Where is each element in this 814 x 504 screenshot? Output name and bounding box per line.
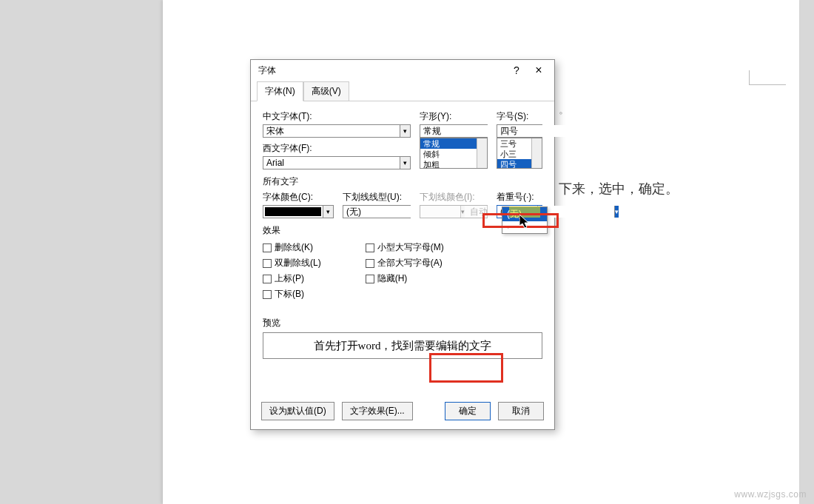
checkbox-hidden[interactable]: 隐藏(H) <box>366 272 444 285</box>
underline-color-combo: ▾ <box>420 205 488 218</box>
size-input-combo[interactable] <box>497 124 542 138</box>
label-style: 字形(Y): <box>420 110 488 123</box>
ok-button[interactable]: 确定 <box>445 402 491 420</box>
document-body-text: 下来，选中，确定。 <box>559 180 679 198</box>
tab-advanced[interactable]: 高级(V) <box>303 81 349 101</box>
paragraph-marker: 。 <box>559 104 569 117</box>
dropdown-option[interactable]: · <box>502 221 547 233</box>
chinese-font-input[interactable] <box>263 125 400 137</box>
style-input-combo[interactable] <box>420 124 488 138</box>
label-chinese-font: 中文字体(T): <box>263 110 411 123</box>
scrollbar[interactable] <box>531 138 542 168</box>
color-swatch <box>265 207 321 216</box>
chevron-down-icon[interactable]: ▾ <box>323 206 333 218</box>
size-listbox[interactable]: 三号 小三 四号 <box>497 138 542 169</box>
preview-text: 首先打开word，找到需要编辑的文字 <box>314 339 492 353</box>
section-effects: 效果 <box>263 224 542 237</box>
dialog-titlebar: 字体 ? × <box>251 60 554 81</box>
tab-font[interactable]: 字体(N) <box>257 81 303 101</box>
dialog-body: 中文字体(T): ▾ 西文字体(F): ▾ 字形(Y): 常规 <box>251 101 554 394</box>
set-default-button[interactable]: 设为默认值(D) <box>261 402 334 420</box>
section-all-text: 所有文字 <box>263 175 542 188</box>
chevron-down-icon[interactable]: ▾ <box>400 125 410 137</box>
label-emphasis: 着重号(·): <box>497 191 542 204</box>
label-font-color: 字体颜色(C): <box>263 191 334 204</box>
checkbox-smallcaps[interactable]: 小型大写字母(M) <box>366 241 444 254</box>
watermark-text: www.wzjsgs.com <box>734 489 807 500</box>
chinese-font-combo[interactable]: ▾ <box>263 124 411 138</box>
label-underline-color: 下划线颜色(I): <box>420 191 488 204</box>
font-color-combo[interactable]: ▾ <box>263 205 334 218</box>
label-underline-style: 下划线线型(U): <box>343 191 411 204</box>
chevron-down-icon[interactable]: ▾ <box>614 206 619 218</box>
font-dialog: 字体 ? × 字体(N) 高级(V) 中文字体(T): ▾ 西文字体(F): ▾ <box>250 59 555 430</box>
preview-box: 首先打开word，找到需要编辑的文字 <box>263 332 542 359</box>
style-listbox[interactable]: 常规 倾斜 加粗 <box>420 138 488 169</box>
help-button[interactable]: ? <box>505 64 528 76</box>
checkbox-superscript[interactable]: 上标(P) <box>263 272 321 285</box>
page-corner-decoration <box>749 70 786 85</box>
checkbox-double-strike[interactable]: 双删除线(L) <box>263 257 321 269</box>
size-input[interactable] <box>497 125 614 137</box>
dialog-title: 字体 <box>258 64 505 77</box>
section-preview: 预览 <box>263 317 542 329</box>
label-size: 字号(S): <box>497 110 542 123</box>
dialog-tabs: 字体(N) 高级(V) <box>251 81 554 101</box>
western-font-input[interactable] <box>263 157 400 169</box>
emphasis-dropdown[interactable]: (无) · <box>502 206 548 234</box>
checkbox-allcaps[interactable]: 全部大写字母(A) <box>366 257 444 269</box>
text-effects-button[interactable]: 文字效果(E)... <box>342 402 413 420</box>
checkbox-subscript[interactable]: 下标(B) <box>263 288 321 300</box>
cancel-button[interactable]: 取消 <box>498 402 544 420</box>
underline-style-combo[interactable]: ▾ <box>343 205 411 218</box>
label-western-font: 西文字体(F): <box>263 142 411 155</box>
dialog-button-bar: 设为默认值(D) 文字效果(E)... 确定 取消 <box>251 394 554 429</box>
dropdown-option[interactable]: (无) <box>502 207 547 221</box>
checkbox-strikethrough[interactable]: 删除线(K) <box>263 241 321 254</box>
western-font-combo[interactable]: ▾ <box>263 156 411 169</box>
chevron-down-icon[interactable]: ▾ <box>400 157 410 169</box>
close-button[interactable]: × <box>528 64 550 77</box>
scrollbar[interactable] <box>477 138 487 168</box>
